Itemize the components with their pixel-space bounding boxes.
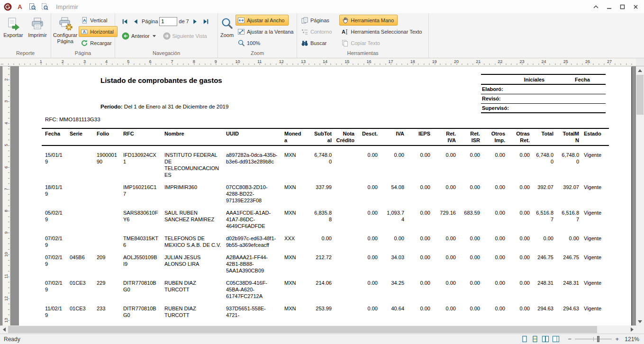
table-cell (66, 145, 93, 178)
anterior-label: Anterior (131, 33, 150, 39)
ruler-number: 4 (105, 59, 108, 64)
document-area[interactable]: Listado de comprobantes de gastos Inicia… (0, 66, 636, 326)
recargar-button[interactable]: Recargar (79, 37, 115, 48)
paginas-button[interactable]: Páginas (299, 15, 333, 26)
last-page-button[interactable] (201, 17, 211, 26)
report-title: Listado de comprobantes de gastos (100, 76, 222, 84)
ruler-number: 5 (127, 59, 129, 64)
exportar-label: Exportar (3, 32, 23, 38)
copiar-texto-button[interactable]: Copiar Texto (339, 37, 384, 48)
horizontal-ruler: 1234567891011121314151617181920212223242… (0, 58, 636, 66)
rfc-line: RFC: MMO181113G33 (45, 117, 100, 122)
table-cell: DITR770810BG0 (120, 274, 161, 299)
page-number-input[interactable] (159, 17, 177, 26)
ruler-number: 27 (607, 59, 612, 64)
table-cell: 0.00 (433, 145, 459, 178)
column-header: Nota Crédito (335, 128, 357, 145)
vertical-button[interactable]: A Vertical (79, 15, 111, 26)
table-cell: 248.31 (556, 274, 582, 299)
horizontal-scrollbar[interactable] (0, 326, 636, 334)
table-cell: 294.63 (533, 299, 556, 318)
table-cell: 0.00 (407, 248, 433, 274)
next-page-button[interactable] (190, 17, 200, 26)
font-quick-icon[interactable]: A (15, 2, 25, 11)
ribbon-group-navegacion: Página de 7 Anterior Siguiente Vista (115, 13, 218, 58)
table-row: 07/02/19045B6209AOLJ550109BI9JULIAN JESU… (42, 248, 609, 274)
view-two-pages-icon[interactable] (541, 335, 550, 343)
ajustar-ancho-button[interactable]: Ajustar al Ancho (236, 15, 289, 26)
zoom-out-button[interactable]: − (567, 336, 572, 342)
table-cell: Vigente (582, 178, 609, 204)
ruler-number: 24 (542, 59, 546, 64)
view-continuous-icon[interactable] (531, 335, 539, 343)
table-cell: 6,748.00 (306, 145, 335, 178)
zoom-slider-thumb[interactable] (597, 336, 599, 342)
table-row: 05/02/19SARS830610FY6SAUL RUBEN SANCHEZ … (42, 204, 609, 229)
table-cell: INSTITUTO FEDERAL DE TELECOMUNICACIONES (161, 145, 223, 178)
svg-text:A: A (342, 29, 345, 35)
zoom-slider[interactable] (575, 336, 612, 342)
imprimir-button[interactable]: Imprimir (26, 15, 49, 50)
table-cell: 0.00 (357, 145, 381, 178)
previous-page-button[interactable] (131, 17, 140, 26)
table-cell: IMP160216C17 (120, 178, 161, 204)
siguiente-vista-button[interactable]: Siguiente Vista (161, 31, 211, 42)
vertical-scroll-thumb[interactable] (636, 75, 644, 115)
table-cell (335, 178, 357, 204)
table-cell: 07CC80B3-2D10-4288-BD22-97139E223F08 (223, 178, 281, 204)
contorno-label: Contorno (310, 29, 332, 35)
first-page-button[interactable] (120, 17, 129, 26)
view-page-width-icon[interactable] (552, 335, 560, 343)
column-header: Otros Imp. (483, 128, 508, 145)
table-cell: 0.00 (433, 299, 459, 318)
signoff-blank-cell (509, 94, 559, 103)
scroll-up-button[interactable] (636, 66, 644, 74)
column-header: TotalMN (556, 128, 582, 145)
ajustar-ventana-button[interactable]: Ajustar a la Ventana (236, 26, 297, 37)
zoom-button[interactable]: Zoom (220, 15, 234, 50)
exportar-button[interactable]: Exportar (2, 15, 25, 50)
configurar-pagina-button[interactable]: Configurar Página (53, 15, 77, 50)
anterior-view-button[interactable]: Anterior (120, 31, 160, 42)
minimize-button[interactable] (602, 1, 616, 12)
table-cell: 0.00 (407, 145, 433, 178)
table-cell: MXN (281, 178, 306, 204)
zoom-selection-quick-icon[interactable] (40, 2, 49, 11)
table-cell: RUBEN DIAZ TURCOTT (161, 274, 223, 299)
contorno-button[interactable]: Contorno (299, 26, 336, 37)
zoom-100-button[interactable]: 100% (236, 37, 264, 48)
table-cell (66, 204, 93, 229)
view-single-page-icon[interactable] (520, 335, 529, 343)
table-cell: 0.00 (483, 204, 508, 229)
zoom-page-quick-icon[interactable] (27, 2, 37, 11)
horizontal-button[interactable]: A Horizontal (79, 26, 118, 37)
seleccionar-texto-button[interactable]: A Herramienta Seleccionar Texto (339, 26, 426, 37)
scroll-down-button[interactable] (636, 317, 644, 326)
group-label-reporte: Reporte (0, 50, 51, 58)
refresh-icon (81, 39, 88, 47)
table-cell: 0.00 (508, 204, 533, 229)
scroll-right-button[interactable] (628, 326, 636, 334)
signoff-body: Elaboró:Revisó:Supervisó: (481, 84, 606, 113)
buscar-button[interactable]: Buscar (299, 37, 330, 48)
ruler-number: 15 (345, 59, 349, 64)
ribbon-group-herramientas: Páginas Contorno Buscar Herramienta Mano (297, 13, 429, 58)
page-total-label: de 7 (179, 18, 189, 24)
zoom-in-button[interactable]: + (614, 336, 620, 342)
close-button[interactable] (629, 1, 642, 12)
ruler-number: 12 (279, 59, 284, 64)
scroll-left-button[interactable] (0, 326, 8, 334)
window-title: Imprimir (56, 3, 78, 10)
svg-text:A: A (83, 29, 86, 34)
herramienta-mano-button[interactable]: Herramienta Mano (339, 15, 398, 26)
vertical-scrollbar[interactable] (636, 66, 644, 326)
table-cell (335, 274, 357, 299)
horizontal-scroll-thumb[interactable] (8, 326, 597, 333)
collapse-ribbon-button[interactable] (589, 1, 602, 12)
table-cell: 246.75 (533, 248, 556, 274)
table-cell: 40.64 (381, 299, 407, 318)
table-cell: 0.00 (533, 229, 556, 248)
maximize-button[interactable] (616, 1, 629, 12)
table-cell: MXN (281, 274, 306, 299)
ruler-number: 12 (4, 295, 9, 302)
